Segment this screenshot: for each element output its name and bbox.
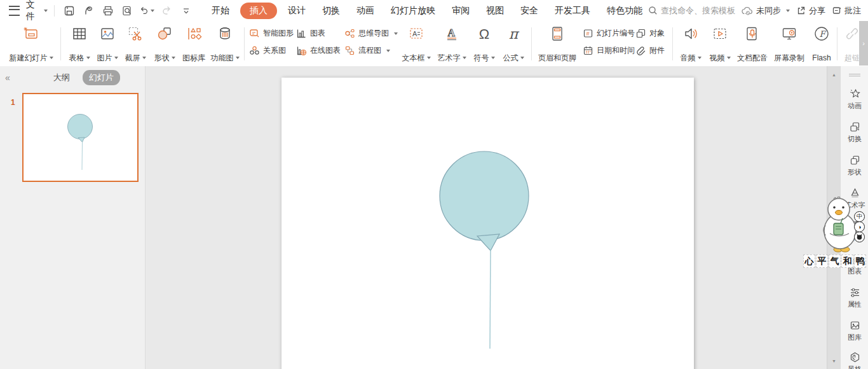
customize-toolbar-button[interactable] xyxy=(179,4,193,18)
main-menu-icon[interactable] xyxy=(9,6,20,16)
save-icon xyxy=(64,5,75,17)
scroll-up-icon[interactable]: ▲ xyxy=(827,69,841,80)
flow-chart-button[interactable]: 流程图 xyxy=(344,45,390,56)
shapes-button[interactable]: 形状 xyxy=(150,25,179,62)
print-button[interactable] xyxy=(101,4,115,18)
undo-button[interactable] xyxy=(139,4,154,18)
panel-collapse-icon[interactable]: « xyxy=(5,73,10,83)
icon-library-button[interactable]: 图标库 xyxy=(180,25,207,62)
word-art-button[interactable]: A 艺术字 xyxy=(436,25,468,62)
sidebar-item-label: 图表 xyxy=(848,267,862,276)
picture-button[interactable]: 图片 xyxy=(94,25,121,62)
symbol-icon: Ω xyxy=(479,25,489,43)
date-time-button[interactable]: 日期和时间 xyxy=(583,45,635,56)
doc-dubbing-label: 文档配音 xyxy=(737,53,768,62)
transition-icon xyxy=(849,121,861,133)
search-command-button[interactable]: 查找命令、搜索模板 xyxy=(648,5,735,17)
editing-canvas[interactable] xyxy=(146,66,827,369)
table-button[interactable]: 表格 xyxy=(66,25,93,62)
online-chart-button[interactable]: 在线图表 xyxy=(296,45,341,56)
tab-transition[interactable]: 切换 xyxy=(316,3,346,18)
animation-star-icon xyxy=(849,88,861,100)
function-diagram-button[interactable]: 功能图 xyxy=(208,25,241,62)
save-button[interactable] xyxy=(62,4,76,18)
attachment-button[interactable]: 附件 xyxy=(635,45,665,56)
ribbon-group-divider xyxy=(244,27,245,60)
slide-number-button[interactable]: # 幻灯片编号 xyxy=(583,28,635,39)
screenshot-button[interactable]: 截屏 xyxy=(122,25,149,62)
sync-label: 未同步 xyxy=(756,5,781,17)
video-button[interactable]: 视频 xyxy=(707,25,733,62)
new-slide-button[interactable]: 新建幻灯片 xyxy=(5,25,57,62)
doc-dubbing-button[interactable]: 文档配音 xyxy=(735,25,770,62)
export-pdf-button[interactable] xyxy=(81,4,95,18)
ribbon-group-divider xyxy=(531,27,532,60)
symbol-button[interactable]: Ω 符号 xyxy=(471,25,497,62)
flash-button[interactable]: F Flash xyxy=(809,25,834,62)
chevron-down-icon xyxy=(114,57,118,59)
audio-label: 音频 xyxy=(681,53,696,62)
tab-slides[interactable]: 幻灯片 xyxy=(83,70,120,85)
sidebar-item-style[interactable]: 风格 xyxy=(841,351,868,369)
relation-diagram-icon xyxy=(249,45,260,56)
audio-button[interactable]: 音频 xyxy=(677,25,704,62)
new-slide-label: 新建幻灯片 xyxy=(10,53,48,62)
file-menu-button[interactable]: 文件 xyxy=(26,0,48,22)
caption-char: 平 xyxy=(816,254,828,268)
pet-button-language[interactable]: 中 xyxy=(854,211,865,222)
pet-button-cat[interactable] xyxy=(854,232,865,242)
tab-outline[interactable]: 大纲 xyxy=(47,70,76,85)
tab-design[interactable]: 设计 xyxy=(282,3,311,18)
shapes-icon xyxy=(156,25,173,42)
print-preview-button[interactable] xyxy=(120,4,134,18)
comment-button[interactable]: 批注 xyxy=(832,5,861,17)
search-placeholder: 查找命令、搜索模板 xyxy=(661,5,735,17)
shape-icon xyxy=(849,154,861,166)
gallery-icon xyxy=(849,319,861,331)
scroll-down-icon[interactable]: ▼ xyxy=(827,355,841,366)
share-button[interactable]: 分享 xyxy=(796,5,825,17)
tab-home[interactable]: 开始 xyxy=(206,3,235,18)
slide-1[interactable] xyxy=(281,78,694,369)
tab-animation[interactable]: 动画 xyxy=(351,3,380,18)
sync-status-button[interactable]: 未同步 xyxy=(742,5,790,17)
tab-security[interactable]: 安全 xyxy=(515,3,544,18)
pet-button-theme[interactable]: ◑ xyxy=(854,221,865,232)
sidebar-item-animation[interactable]: 动画 xyxy=(841,88,868,111)
tab-special-features[interactable]: 特色功能 xyxy=(601,3,648,18)
tab-developer[interactable]: 开发工具 xyxy=(549,3,596,18)
balloon-shape[interactable] xyxy=(281,78,694,369)
mind-map-label: 思维导图 xyxy=(358,28,389,39)
chevron-down-icon xyxy=(520,57,524,59)
tab-view[interactable]: 视图 xyxy=(480,3,510,18)
sidebar-item-shape[interactable]: 形状 xyxy=(841,154,868,177)
sidebar-item-transition[interactable]: 切换 xyxy=(841,121,868,144)
work-area: « 大纲 幻灯片 1 xyxy=(0,66,868,369)
header-footer-button[interactable]: 页眉和页脚 xyxy=(536,25,579,62)
customize-toolbar-icon xyxy=(182,7,191,15)
ribbon-toolbar: 新建幻灯片 表格 图片 截屏 形状 图标库 功能图 xyxy=(0,21,868,67)
sidebar-item-gallery[interactable]: 图库 xyxy=(841,319,868,342)
screen-record-button[interactable]: 屏幕录制 xyxy=(772,25,806,62)
mind-map-button[interactable]: 思维导图 xyxy=(344,28,398,39)
print-preview-icon xyxy=(121,5,133,17)
chart-button[interactable]: 图表 xyxy=(296,28,325,39)
formula-button[interactable]: π 公式 xyxy=(501,25,526,62)
hyperlink-label: 超链 xyxy=(844,53,860,62)
attachment-icon xyxy=(635,45,646,56)
slide-thumbnail[interactable] xyxy=(22,93,139,182)
undo-dropdown-icon[interactable] xyxy=(151,10,154,12)
tab-review[interactable]: 审阅 xyxy=(446,3,475,18)
relation-diagram-button[interactable]: 关系图 xyxy=(249,45,286,56)
object-button[interactable]: 对象 xyxy=(635,28,665,39)
redo-button[interactable] xyxy=(159,4,173,18)
sidebar-drag-handle[interactable] xyxy=(849,73,860,78)
pet-button-label: 中 xyxy=(857,212,862,221)
chart-label: 图表 xyxy=(310,28,325,39)
tab-slideshow[interactable]: 幻灯片放映 xyxy=(385,3,441,18)
tab-insert[interactable]: 插入 xyxy=(240,3,277,19)
smart-graphics-button[interactable]: 智能图形 xyxy=(249,28,294,39)
text-box-button[interactable]: A 文本框 xyxy=(400,25,432,62)
sidebar-item-properties[interactable]: 属性 xyxy=(841,286,868,309)
ribbon-expand-button[interactable]: › xyxy=(859,21,868,66)
